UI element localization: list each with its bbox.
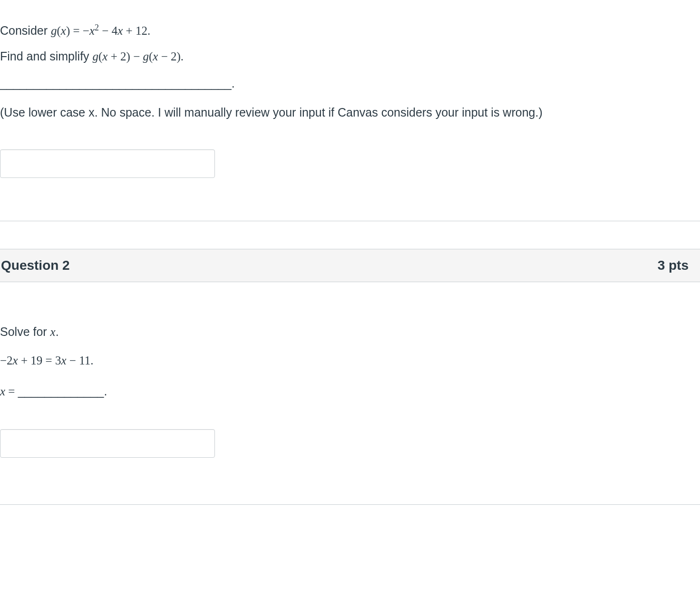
question-1-body: Consider g(x) = −x2 − 4x + 12. Find and … [0, 0, 700, 197]
q1-gx-math: g(x) = −x2 − 4x + 12. [51, 24, 150, 37]
q1-note: (Use lower case x. No space. I will manu… [0, 104, 700, 121]
quiz-page: Consider g(x) = −x2 − 4x + 12. Find and … [0, 0, 700, 505]
q2-solve-suffix: . [56, 325, 59, 338]
q1-find-text: Find and simplify [0, 49, 93, 63]
question-2-header: Question 2 3 pts [0, 249, 700, 282]
q2-solve-var: x [50, 325, 56, 338]
question-1: Consider g(x) = −x2 − 4x + 12. Find and … [0, 0, 700, 221]
q2-answer-line: x = _____________. [0, 383, 700, 401]
q2-equation-math: −2x + 19 = 3x − 11. [0, 354, 93, 367]
question-2-title: Question 2 [1, 258, 70, 273]
q1-answer-input[interactable] [0, 149, 215, 178]
q1-consider-text: Consider [0, 24, 51, 37]
q1-expr-math: g(x + 2) − g(x − 2). [93, 50, 184, 63]
q1-consider-line: Consider g(x) = −x2 − 4x + 12. [0, 22, 700, 40]
q1-exponent: 2 [95, 23, 99, 32]
q1-blank-line: ___________________________________. [0, 77, 700, 90]
q2-solve-prefix: Solve for [0, 325, 50, 338]
question-2: Question 2 3 pts Solve for x. −2x + 19 =… [0, 249, 700, 505]
q1-find-line: Find and simplify g(x + 2) − g(x − 2). [0, 48, 700, 66]
question-2-body: Solve for x. −2x + 19 = 3x − 11. x = ___… [0, 282, 700, 479]
q2-answer-prefix: x = [0, 385, 18, 398]
q2-solve-line: Solve for x. [0, 323, 700, 341]
question-2-bottom-divider [0, 504, 700, 505]
q2-equation-line: −2x + 19 = 3x − 11. [0, 352, 700, 370]
question-1-bottom-divider [0, 221, 700, 221]
q2-answer-blank: _____________. [18, 384, 107, 398]
question-2-points: 3 pts [658, 258, 689, 273]
q2-answer-input[interactable] [0, 429, 215, 458]
